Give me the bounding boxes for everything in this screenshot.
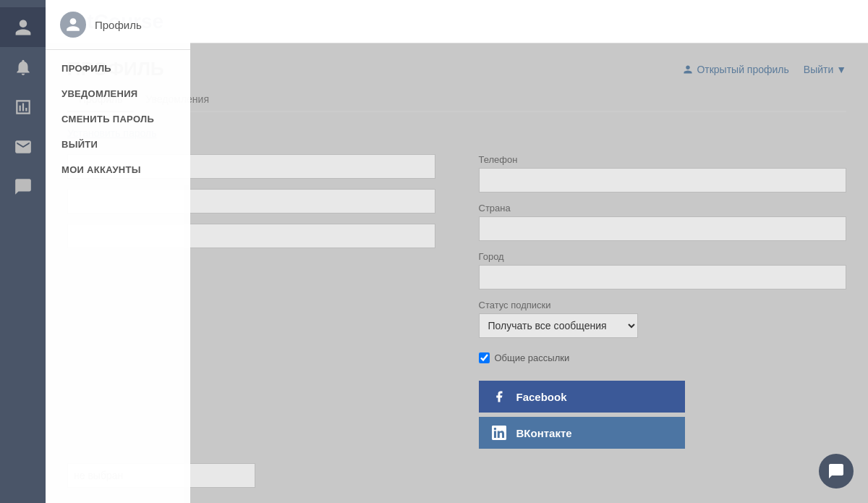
sidebar-chart-icon[interactable]: [0, 87, 46, 127]
facebook-button[interactable]: Facebook: [479, 381, 685, 413]
dropdown-title: Профиль: [95, 19, 142, 31]
sidebar-notification-icon[interactable]: [0, 47, 46, 87]
form-group-country: Страна: [479, 203, 847, 241]
menu-item-logout[interactable]: ВЫЙТИ: [46, 132, 190, 157]
menu-item-notifications[interactable]: УВЕДОМЛЕНИЯ: [46, 81, 190, 106]
general-mailings-label: Общие рассылки: [495, 352, 570, 363]
profile-dropdown: Профиль ПРОФИЛЬ УВЕДОМЛЕНИЯ СМЕНИТЬ ПАРО…: [46, 0, 190, 503]
city-input[interactable]: [479, 265, 847, 289]
open-profile-link[interactable]: Открытый профиль: [683, 64, 788, 75]
form-group-phone: Телефон: [479, 154, 847, 193]
vkontakte-icon: [490, 424, 508, 441]
country-input[interactable]: [479, 216, 847, 241]
dropdown-header: Профиль: [46, 0, 190, 50]
city-label: Город: [479, 251, 847, 262]
sidebar: [0, 0, 46, 503]
sidebar-user-icon[interactable]: [0, 7, 46, 47]
menu-item-profile[interactable]: ПРОФИЛЬ: [46, 56, 190, 81]
social-buttons: Facebook ВКонтакте: [479, 381, 847, 449]
subscription-group: Статус подписки Получать все сообщения: [479, 300, 847, 338]
sidebar-chat-icon[interactable]: [0, 166, 46, 206]
form-group-city: Город: [479, 251, 847, 289]
subscription-label: Статус подписки: [479, 300, 847, 310]
facebook-icon: [490, 388, 508, 405]
vkontakte-button[interactable]: ВКонтакте: [479, 417, 685, 449]
avatar: [60, 12, 86, 38]
logout-button[interactable]: Выйти ▼: [804, 64, 846, 75]
chat-bubble-button[interactable]: [819, 454, 854, 489]
form-right: Телефон Страна Город Статус подписки Пол…: [479, 154, 847, 449]
dropdown-menu: ПРОФИЛЬ УВЕДОМЛЕНИЯ СМЕНИТЬ ПАРОЛЬ ВЫЙТИ…: [46, 50, 190, 188]
phone-input[interactable]: [479, 168, 847, 193]
menu-item-change-password[interactable]: СМЕНИТЬ ПАРОЛЬ: [46, 106, 190, 132]
menu-item-my-accounts[interactable]: МОИ АККАУНТЫ: [46, 157, 190, 182]
checkbox-group-general: Общие рассылки: [479, 352, 847, 363]
country-label: Страна: [479, 203, 847, 214]
general-mailings-checkbox[interactable]: [479, 352, 490, 363]
phone-label: Телефон: [479, 154, 847, 165]
sidebar-mail-icon[interactable]: [0, 127, 46, 166]
subscription-select[interactable]: Получать все сообщения: [479, 313, 638, 338]
page-header-actions: Открытый профиль Выйти ▼: [683, 64, 846, 75]
